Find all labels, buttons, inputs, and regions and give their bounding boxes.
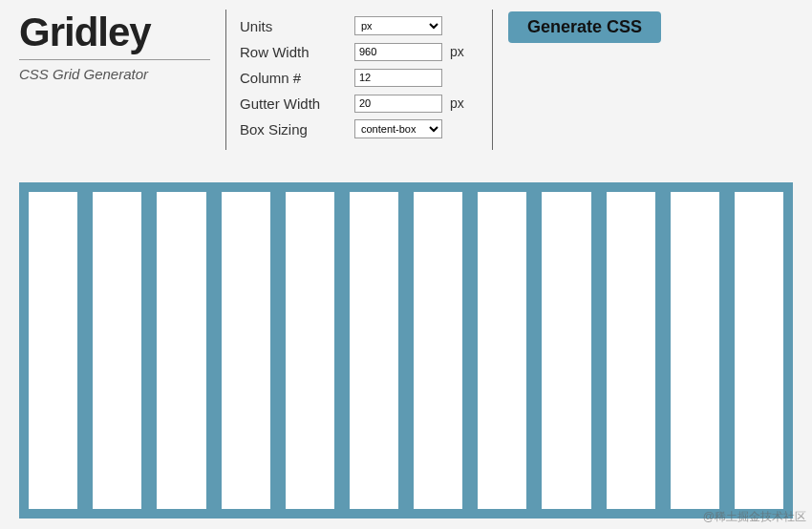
grid-column xyxy=(414,192,462,509)
gutter-width-input[interactable] xyxy=(354,95,442,113)
gutter-width-unit: px xyxy=(450,95,464,111)
grid-column xyxy=(157,192,205,509)
grid-column xyxy=(735,192,783,509)
grid-column xyxy=(286,192,334,509)
grid-column xyxy=(350,192,398,509)
grid-preview xyxy=(19,182,793,518)
column-count-input[interactable] xyxy=(354,69,442,87)
grid-column xyxy=(478,192,526,509)
column-count-label: Column # xyxy=(240,70,354,86)
grid-column xyxy=(671,192,719,509)
grid-column xyxy=(607,192,655,509)
box-sizing-select[interactable]: content-box xyxy=(354,119,442,138)
grid-column xyxy=(93,192,141,509)
row-width-input[interactable] xyxy=(354,43,442,61)
box-sizing-label: Box Sizing xyxy=(240,121,354,138)
grid-column xyxy=(222,192,270,509)
watermark: @稀土掘金技术社区 xyxy=(703,509,806,525)
app-subtitle: CSS Grid Generator xyxy=(19,66,210,82)
gutter-width-label: Gutter Width xyxy=(240,95,354,112)
config-panel: Units px Row Width px Column # Gutter Wi… xyxy=(225,10,493,150)
units-label: Units xyxy=(240,18,354,34)
brand-divider xyxy=(19,59,210,60)
row-width-label: Row Width xyxy=(240,44,354,60)
row-width-unit: px xyxy=(450,44,464,59)
grid-column xyxy=(29,192,77,509)
app-title: Gridley xyxy=(19,10,210,57)
units-select[interactable]: px xyxy=(354,16,442,35)
grid-column xyxy=(542,192,590,509)
generate-css-button[interactable]: Generate CSS xyxy=(508,11,661,43)
